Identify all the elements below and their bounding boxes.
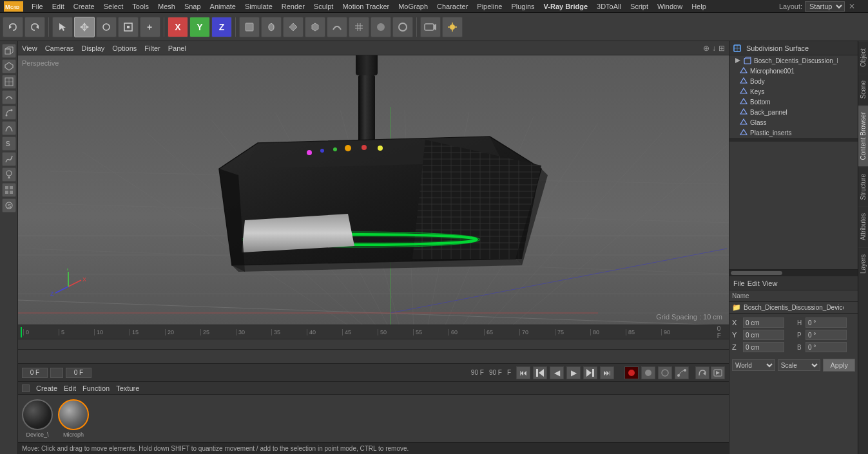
undo-button[interactable] [3, 17, 23, 37]
layout-select[interactable]: Startup [805, 1, 845, 12]
tree-item-bottom[interactable]: Bottom [729, 97, 858, 107]
record-button[interactable] [624, 366, 639, 379]
go-start-button[interactable]: ⏮ [516, 366, 530, 379]
world-select[interactable]: World Object [732, 359, 775, 371]
side-tab-scene[interactable]: Scene [858, 73, 868, 105]
auto-key-button[interactable] [641, 366, 655, 379]
menu-simulate[interactable]: Simulate [240, 0, 277, 12]
left-icon-subdivide[interactable] [2, 75, 16, 89]
start-frame-input[interactable] [22, 368, 48, 378]
menu-character[interactable]: Character [432, 0, 472, 12]
menu-select[interactable]: Select [99, 0, 128, 12]
left-icon-grid2[interactable] [2, 183, 16, 197]
y-pos-input[interactable] [743, 330, 784, 340]
vp-menu-cameras[interactable]: Cameras [45, 44, 74, 52]
menu-3dtoall[interactable]: 3DToAll [592, 0, 626, 12]
left-icon-polygon[interactable] [2, 59, 16, 73]
tree-item-microphone[interactable]: Microphone001 [729, 66, 858, 76]
vp-menu-options[interactable]: Options [112, 44, 137, 52]
menu-create[interactable]: Create [69, 0, 99, 12]
menu-edit[interactable]: Edit [48, 0, 69, 12]
add-tool[interactable]: + [140, 17, 160, 37]
tree-item-keys[interactable]: Keys [729, 86, 858, 97]
step-back-button[interactable] [533, 366, 547, 379]
h-rot-input[interactable] [805, 317, 847, 328]
mat-menu-create[interactable]: Create [36, 384, 57, 392]
left-icon-unknown[interactable]: S [2, 198, 16, 213]
vp-menu-panel[interactable]: Panel [168, 44, 186, 52]
camera-tool[interactable] [420, 17, 441, 37]
vp-icon-down[interactable]: ↓ [712, 44, 716, 53]
apply-button[interactable]: Apply [823, 359, 855, 372]
tree-item-glass[interactable]: Glass [729, 117, 858, 128]
preview-btn[interactable] [711, 366, 725, 379]
menu-sculpt[interactable]: Sculpt [309, 0, 338, 12]
frame-input[interactable] [50, 368, 63, 378]
material-item-device[interactable]: Device_\ [22, 399, 53, 438]
menu-script[interactable]: Script [626, 0, 653, 12]
left-icon-bend2[interactable] [2, 121, 16, 135]
side-tab-object[interactable]: Object [858, 41, 868, 73]
x-axis-button[interactable]: X [168, 17, 188, 37]
menu-help[interactable]: Help [687, 0, 711, 12]
left-icon-text[interactable]: S [2, 137, 16, 151]
go-end-button[interactable]: ⏭ [600, 366, 614, 379]
scroll-thumb[interactable] [731, 271, 782, 275]
mat-menu-function[interactable]: Function [82, 384, 110, 392]
menu-snap[interactable]: Snap [180, 0, 206, 12]
menu-pipeline[interactable]: Pipeline [472, 0, 506, 12]
obj-h-scrollbar[interactable] [729, 270, 858, 276]
bend-tool[interactable] [327, 17, 347, 37]
z-pos-input[interactable] [743, 342, 784, 352]
b-rot-input[interactable] [805, 342, 847, 352]
move-tool[interactable] [74, 17, 95, 37]
timeline-track[interactable] [18, 339, 729, 350]
menu-motiontracker[interactable]: Motion Tracker [338, 0, 394, 12]
left-icon-cube[interactable] [2, 44, 16, 58]
side-tab-layers[interactable]: Layers [858, 247, 868, 280]
menu-window[interactable]: Window [653, 0, 687, 12]
light-tool[interactable] [442, 17, 463, 37]
step-forward-button[interactable] [583, 366, 597, 379]
circle-solid-tool[interactable] [371, 17, 391, 37]
menu-plugins[interactable]: Plugins [506, 0, 539, 12]
menu-file[interactable]: File [27, 0, 48, 12]
z-axis-button[interactable]: Z [211, 17, 232, 37]
side-tab-structure[interactable]: Structure [858, 167, 868, 207]
tree-item-backpannel[interactable]: Back_pannel [729, 107, 858, 117]
motion-path-button[interactable] [675, 366, 689, 379]
menu-mesh[interactable]: Mesh [153, 0, 180, 12]
attr-menu-file[interactable]: File [733, 279, 745, 287]
diamond-tool[interactable] [283, 17, 304, 37]
y-axis-button[interactable]: Y [189, 17, 210, 37]
viewport[interactable]: Perspective Grid Spacing : 10 cm X Y Z [18, 55, 729, 325]
obj-tool[interactable] [239, 17, 260, 37]
close-button[interactable]: ✕ [849, 2, 855, 11]
vp-menu-filter[interactable]: Filter [144, 44, 160, 52]
current-frame-input[interactable] [66, 368, 92, 378]
left-icon-sculpt[interactable] [2, 152, 16, 166]
object-manager-scrollbar[interactable] [729, 138, 858, 142]
mat-menu-edit[interactable]: Edit [64, 384, 76, 392]
attr-menu-view[interactable]: View [762, 279, 778, 287]
attr-menu-edit[interactable]: Edit [747, 279, 760, 287]
scale-select[interactable]: Scale [778, 359, 821, 371]
menu-tools[interactable]: Tools [128, 0, 153, 12]
material-item-microphone[interactable]: Microph [58, 399, 89, 438]
hex-tool[interactable] [305, 17, 325, 37]
left-icon-spline[interactable] [2, 106, 16, 120]
reverse-button[interactable]: ◀ [550, 366, 564, 379]
vp-menu-display[interactable]: Display [81, 44, 104, 52]
paint-tool[interactable] [261, 17, 282, 37]
key-sel-button[interactable] [658, 366, 672, 379]
selection-tool[interactable] [52, 17, 73, 37]
menu-animate[interactable]: Animate [206, 0, 240, 12]
tree-item-bosch[interactable]: Bosch_Dicentis_Discussion_Devic [729, 55, 858, 66]
tree-item-plasticinserts[interactable]: Plastic_inserts [729, 128, 858, 138]
side-tab-attributes[interactable]: Attributes [858, 206, 868, 247]
x-pos-input[interactable] [743, 317, 784, 328]
tree-item-body[interactable]: Body [729, 76, 858, 86]
menu-render[interactable]: Render [277, 0, 309, 12]
left-icon-paint[interactable] [2, 167, 16, 182]
vp-menu-view[interactable]: View [22, 44, 37, 52]
